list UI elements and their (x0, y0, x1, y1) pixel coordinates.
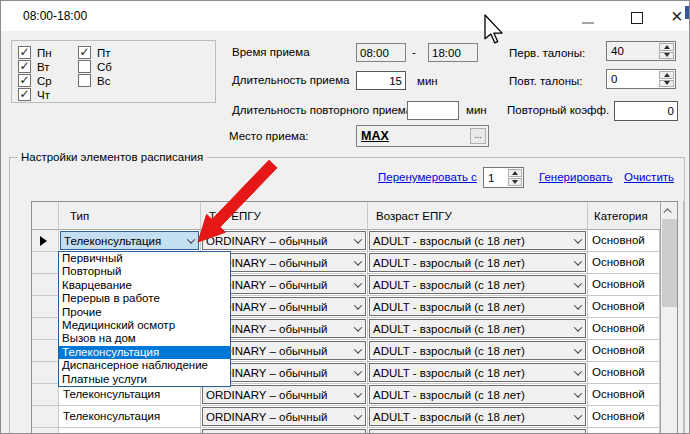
spin-up-button[interactable] (659, 71, 674, 79)
category-cell[interactable]: Основной (588, 384, 660, 406)
epgu-age-combobox[interactable]: ADULT - взрослый (с 18 лет) (369, 363, 586, 382)
generate-link[interactable]: Генерировать (539, 171, 613, 183)
time-to-input[interactable] (428, 43, 478, 62)
duration-input[interactable] (356, 71, 406, 90)
type-cell[interactable]: Телеконсультация (59, 230, 201, 252)
combo-dropdown-button[interactable] (570, 304, 585, 310)
epgu-age-cell[interactable]: ADULT - взрослый (с 18 лет) (368, 428, 588, 434)
category-cell[interactable]: Основной (588, 428, 660, 434)
type-cell[interactable]: Телеконсультация (59, 406, 201, 428)
row-header-cell[interactable] (32, 384, 59, 406)
renumber-spin-buttons[interactable] (508, 168, 523, 187)
epgu-age-cell[interactable]: ADULT - взрослый (с 18 лет) (368, 296, 588, 318)
combo-dropdown-button[interactable] (350, 238, 365, 244)
day-checkbox-item-5[interactable]: Сб (78, 60, 138, 74)
vertical-scrollbar[interactable] (660, 202, 677, 434)
combo-dropdown-button[interactable] (570, 238, 585, 244)
dropdown-item-8[interactable]: Диспансерное наблюдение (59, 359, 230, 372)
epgu-age-combobox[interactable]: ADULT - взрослый (с 18 лет) (369, 319, 586, 338)
category-cell[interactable]: Основной (588, 274, 660, 296)
renumber-input[interactable] (484, 168, 508, 187)
row-header-cell[interactable] (32, 296, 59, 318)
combo-dropdown-button[interactable] (350, 282, 365, 288)
combo-dropdown-button[interactable] (350, 392, 365, 398)
row-header-cell[interactable] (32, 252, 59, 274)
scroll-up-button[interactable] (661, 202, 677, 219)
epgu-age-combobox[interactable]: ADULT - взрослый (с 18 лет) (369, 385, 586, 404)
time-from-input[interactable] (356, 43, 406, 62)
row-header-cell[interactable] (32, 340, 59, 362)
epgu-age-cell[interactable]: ADULT - взрослый (с 18 лет) (368, 318, 588, 340)
day-checkbox-item-1[interactable]: ✓Вт (18, 60, 78, 74)
combo-dropdown-button[interactable] (350, 414, 365, 420)
dropdown-item-3[interactable]: Перерыв в работе (59, 292, 230, 305)
epgu-age-cell[interactable]: ADULT - взрослый (с 18 лет) (368, 230, 588, 252)
repeat-tickets-input[interactable] (607, 70, 659, 88)
epgu-type-cell[interactable]: ORDINARY – обычный (201, 230, 368, 252)
epgu-age-cell[interactable]: ADULT - взрослый (с 18 лет) (368, 252, 588, 274)
primary-tickets-spin-buttons[interactable] (659, 42, 675, 60)
epgu-age-combobox[interactable]: ADULT - взрослый (с 18 лет) (369, 231, 586, 250)
primary-tickets-input[interactable] (607, 42, 659, 60)
epgu-type-combobox[interactable]: ORDINARY – обычный (202, 385, 366, 404)
row-header-cell[interactable] (32, 230, 59, 252)
epgu-age-cell[interactable]: ADULT - взрослый (с 18 лет) (368, 340, 588, 362)
dropdown-item-9[interactable]: Платные услуги (59, 373, 230, 386)
column-header-epgu-age[interactable]: Возраст ЕПГУ (368, 202, 588, 230)
spin-down-button[interactable] (659, 80, 674, 88)
combo-dropdown-button[interactable] (570, 348, 585, 354)
checkbox-unchecked-icon[interactable] (78, 74, 91, 87)
epgu-age-combobox[interactable]: ADULT - взрослый (с 18 лет) (369, 297, 586, 316)
close-icon[interactable]: × (671, 4, 683, 28)
epgu-age-combobox[interactable]: ADULT - взрослый (с 18 лет) (369, 429, 586, 434)
repeat-duration-input[interactable] (407, 101, 459, 120)
combo-dropdown-button[interactable] (183, 238, 198, 244)
epgu-age-cell[interactable]: ADULT - взрослый (с 18 лет) (368, 362, 588, 384)
combo-dropdown-button[interactable] (350, 326, 365, 332)
combo-dropdown-button[interactable] (570, 260, 585, 266)
checkbox-unchecked-icon[interactable] (78, 60, 91, 73)
repeat-coeff-input[interactable] (614, 101, 678, 121)
type-combobox[interactable]: Телеконсультация (60, 231, 199, 250)
epgu-age-cell[interactable]: ADULT - взрослый (с 18 лет) (368, 274, 588, 296)
epgu-type-cell[interactable]: ORDINARY – обычный (201, 384, 368, 406)
dropdown-item-4[interactable]: Прочие (59, 306, 230, 319)
category-cell[interactable]: Основной (588, 406, 660, 428)
epgu-age-cell[interactable]: ADULT - взрослый (с 18 лет) (368, 384, 588, 406)
dropdown-item-6[interactable]: Вызов на дом (59, 332, 230, 345)
combo-dropdown-button[interactable] (350, 304, 365, 310)
combo-dropdown-button[interactable] (350, 370, 365, 376)
combo-dropdown-button[interactable] (570, 392, 585, 398)
spin-up-button[interactable] (508, 169, 522, 177)
column-header-type[interactable]: Тип (59, 202, 201, 230)
epgu-age-combobox[interactable]: ADULT - взрослый (с 18 лет) (369, 341, 586, 360)
category-cell[interactable]: Основной (588, 318, 660, 340)
epgu-age-combobox[interactable]: ADULT - взрослый (с 18 лет) (369, 275, 586, 294)
category-cell[interactable]: Основной (588, 296, 660, 318)
checkbox-checked-icon[interactable]: ✓ (18, 88, 31, 101)
repeat-tickets-spin-buttons[interactable] (659, 70, 675, 88)
category-cell[interactable]: Основной (588, 230, 660, 252)
category-cell[interactable]: Основной (588, 340, 660, 362)
checkbox-checked-icon[interactable]: ✓ (18, 74, 31, 87)
category-cell[interactable]: Основной (588, 362, 660, 384)
type-cell[interactable]: Телеконсультация (59, 384, 201, 406)
epgu-age-cell[interactable]: ADULT - взрослый (с 18 лет) (368, 406, 588, 428)
scrollbar-thumb[interactable] (662, 219, 677, 307)
combo-dropdown-button[interactable] (570, 370, 585, 376)
epgu-type-combobox[interactable]: ORDINARY – обычный (202, 407, 366, 426)
dropdown-item-5[interactable]: Медицинский осмотр (59, 319, 230, 332)
epgu-type-combobox[interactable]: ORDINARY – обычный (202, 429, 366, 434)
repeat-tickets-spinner[interactable] (606, 69, 676, 89)
title-bar[interactable]: 08:00-18:00 × (1, 1, 689, 31)
combo-dropdown-button[interactable] (570, 414, 585, 420)
day-checkbox-item-6[interactable]: Вс (78, 74, 138, 88)
clear-link[interactable]: Очистить (624, 171, 674, 183)
column-header-epgu-type[interactable]: Тип ЕПГУ (201, 202, 368, 230)
minimize-icon[interactable] (582, 22, 594, 24)
checkbox-checked-icon[interactable]: ✓ (18, 60, 31, 73)
checkbox-checked-icon[interactable]: ✓ (78, 46, 91, 59)
combo-dropdown-button[interactable] (350, 260, 365, 266)
epgu-type-combobox[interactable]: ORDINARY – обычный (202, 231, 366, 250)
epgu-age-combobox[interactable]: ADULT - взрослый (с 18 лет) (369, 253, 586, 272)
